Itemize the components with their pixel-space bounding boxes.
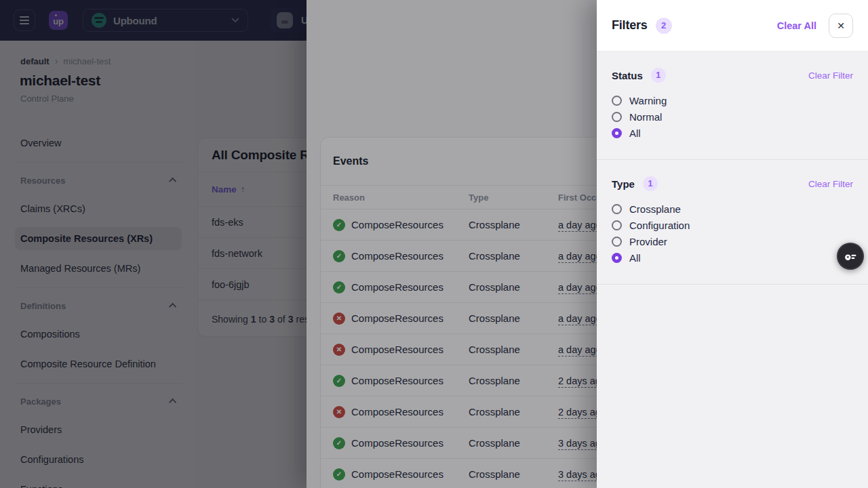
radio-option-provider[interactable]: Provider — [612, 233, 853, 249]
radio-option-type-all[interactable]: All — [612, 249, 853, 266]
filters-header: Filters 2 Clear All ✕ — [597, 0, 868, 52]
close-icon: ✕ — [837, 20, 845, 31]
filters-drawer: Filters 2 Clear All ✕ Status 1 Clear Fil… — [597, 0, 868, 488]
type-count-badge: 1 — [643, 176, 658, 191]
radio-option-configuration[interactable]: Configuration — [612, 217, 853, 233]
radio-option-crossplane[interactable]: Crossplane — [612, 201, 853, 217]
radio-icon[interactable] — [612, 220, 622, 230]
filter-list-icon — [843, 249, 858, 264]
radio-icon[interactable] — [612, 204, 622, 214]
radio-option-warning[interactable]: Warning — [612, 92, 853, 108]
clear-all-button[interactable]: Clear All — [777, 20, 816, 31]
radio-icon[interactable] — [612, 96, 622, 106]
radio-selected-icon[interactable] — [612, 253, 622, 263]
radio-option-status-all[interactable]: All — [612, 125, 853, 141]
filter-fab-button[interactable] — [837, 243, 864, 270]
status-section-label: Status — [612, 70, 643, 81]
type-section-label: Type — [612, 178, 635, 190]
close-button[interactable]: ✕ — [829, 14, 853, 38]
filters-count-badge: 2 — [656, 18, 672, 34]
app-root: up Upbound U default › michael-test mich… — [0, 0, 868, 488]
radio-selected-icon[interactable] — [612, 128, 622, 138]
clear-type-filter-button[interactable]: Clear Filter — [808, 179, 853, 189]
radio-icon[interactable] — [612, 112, 622, 122]
radio-option-normal[interactable]: Normal — [612, 108, 853, 125]
radio-icon[interactable] — [612, 237, 622, 247]
filter-section-type: Type 1 Clear Filter Crossplane Configura… — [597, 160, 868, 285]
filters-title: Filters — [612, 18, 648, 33]
clear-status-filter-button[interactable]: Clear Filter — [808, 70, 853, 81]
status-count-badge: 1 — [651, 68, 666, 83]
divider — [597, 284, 868, 285]
filter-section-status: Status 1 Clear Filter Warning Normal All — [597, 52, 868, 160]
